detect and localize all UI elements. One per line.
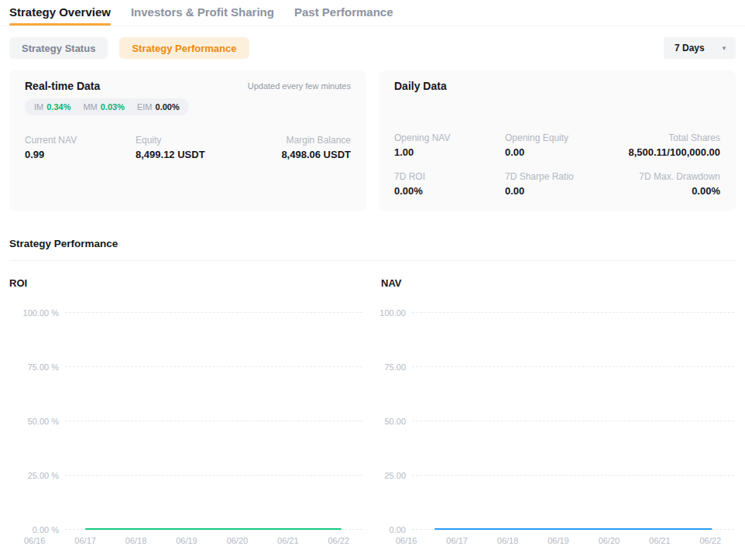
x-axis-label: 06/18 — [111, 536, 161, 545]
x-axis-label: 06/17 — [60, 536, 110, 545]
chart-title: NAV — [381, 277, 736, 289]
chart-canvas: 100.00 %75.00 %50.00 %25.00 %0.00 %06/16… — [9, 312, 364, 545]
x-axis-label: 06/17 — [431, 536, 482, 545]
summary-cards: Real-time Data Updated every few minutes… — [9, 70, 736, 211]
realtime-data-card: Real-time Data Updated every few minutes… — [9, 70, 366, 211]
plot-area: 100.0075.0050.0025.000.00 — [412, 312, 734, 529]
nav-chart: NAV 100.0075.0050.0025.000.0006/1606/170… — [381, 261, 736, 545]
tab-past-performance[interactable]: Past Performance — [294, 0, 393, 26]
roi-chart: ROI 100.00 %75.00 %50.00 %25.00 %0.00 %0… — [9, 261, 364, 545]
x-axis-label: 06/21 — [263, 536, 313, 545]
page: Strategy Overview Investors & Profit Sha… — [0, 0, 745, 545]
period-select-value: 7 Days — [675, 43, 705, 53]
chart-title: ROI — [9, 277, 364, 289]
stat-7d-max-drawdown: 7D Max. Drawdown 0.00% — [639, 170, 720, 198]
x-axis-label: 06/22 — [685, 536, 736, 545]
x-axis-labels: 06/1606/1706/1806/1906/2006/2106/22 — [9, 536, 364, 545]
x-axis-label: 06/20 — [584, 536, 634, 545]
strategy-status-button[interactable]: Strategy Status — [9, 37, 108, 59]
stat-opening-nav: Opening NAV 1.00 — [394, 132, 505, 160]
x-axis-label: 06/20 — [212, 536, 263, 545]
x-axis-label: 06/18 — [482, 536, 533, 545]
stat-7d-roi: 7D ROI 0.00% — [394, 170, 505, 198]
y-axis-label: 100.00 — [379, 308, 406, 318]
im-badge: IM 0.34% — [34, 101, 70, 112]
daily-data-card: Daily Data Opening NAV 1.00 Opening Equi… — [379, 70, 736, 211]
y-axis-label: 50.00 — [384, 417, 406, 426]
stat-margin-balance: Margin Balance 8,498.06 USDT — [281, 134, 351, 162]
tab-label: Strategy Overview — [9, 5, 111, 19]
daily-stats-row-2: 7D ROI 0.00% 7D Sharpe Ratio 0.00 7D Max… — [394, 170, 720, 198]
card-title: Real-time Data — [25, 80, 100, 92]
y-axis-label: 100.00 % — [23, 308, 59, 318]
stat-current-nav: Current NAV 0.99 — [25, 134, 136, 162]
series-line — [86, 312, 341, 529]
chart-canvas: 100.0075.0050.0025.000.0006/1606/1706/18… — [381, 312, 736, 545]
x-axis-label: 06/16 — [9, 536, 60, 545]
realtime-stats: Current NAV 0.99 Equity 8,499.12 USDT Ma… — [25, 134, 351, 162]
y-axis-label: 75.00 — [384, 362, 406, 372]
daily-stats-row-1: Opening NAV 1.00 Opening Equity 0.00 Tot… — [394, 132, 720, 160]
x-axis-label: 06/16 — [381, 536, 431, 545]
margin-ratio-badge: IM 0.34% MM 0.03% EIM 0.00% — [25, 98, 189, 115]
tab-investors-profit-sharing[interactable]: Investors & Profit Sharing — [131, 0, 274, 26]
active-tab-underline — [9, 23, 111, 26]
y-axis-label: 25.00 — [384, 471, 406, 480]
y-axis-label: 25.00 % — [28, 471, 59, 480]
period-select[interactable]: 7 Days ▼ — [664, 37, 736, 59]
eim-badge: EIM 0.00% — [137, 101, 180, 112]
chevron-down-icon: ▼ — [721, 45, 727, 52]
card-title: Daily Data — [394, 80, 447, 92]
sub-tab-row: Strategy Status Strategy Performance 7 D… — [9, 37, 736, 59]
y-axis-label: 0.00 — [390, 525, 406, 534]
x-axis-label: 06/22 — [314, 536, 364, 545]
mm-badge: MM 0.03% — [83, 101, 125, 112]
tab-strategy-overview[interactable]: Strategy Overview — [9, 0, 111, 26]
y-axis-label: 0.00 % — [33, 525, 59, 534]
x-axis-label: 06/19 — [533, 536, 583, 545]
strategy-performance-button[interactable]: Strategy Performance — [119, 37, 249, 59]
stat-7d-sharpe-ratio: 7D Sharpe Ratio 0.00 — [505, 170, 639, 198]
y-axis-label: 50.00 % — [28, 417, 59, 426]
main-tab-bar: Strategy Overview Investors & Profit Sha… — [0, 0, 745, 26]
stat-equity: Equity 8,499.12 USDT — [136, 134, 281, 162]
updated-note: Updated every few minutes — [248, 81, 351, 91]
stat-opening-equity: Opening Equity 0.00 — [505, 132, 628, 160]
plot-area: 100.00 %75.00 %50.00 %25.00 %0.00 % — [65, 312, 362, 529]
section-title: Strategy Performance — [9, 238, 736, 249]
x-axis-labels: 06/1606/1706/1806/1906/2006/2106/22 — [381, 536, 736, 545]
x-axis-label: 06/21 — [634, 536, 685, 545]
strategy-performance-section: Strategy Performance ROI 100.00 %75.00 %… — [9, 238, 736, 545]
tab-label: Investors & Profit Sharing — [131, 5, 274, 19]
y-axis-label: 75.00 % — [28, 362, 59, 372]
tab-label: Past Performance — [294, 5, 393, 19]
charts-row: ROI 100.00 %75.00 %50.00 %25.00 %0.00 %0… — [9, 261, 736, 545]
series-line — [435, 312, 712, 529]
stat-total-shares: Total Shares 8,500.11/100,000.00 — [628, 132, 720, 160]
x-axis-label: 06/19 — [161, 536, 211, 545]
